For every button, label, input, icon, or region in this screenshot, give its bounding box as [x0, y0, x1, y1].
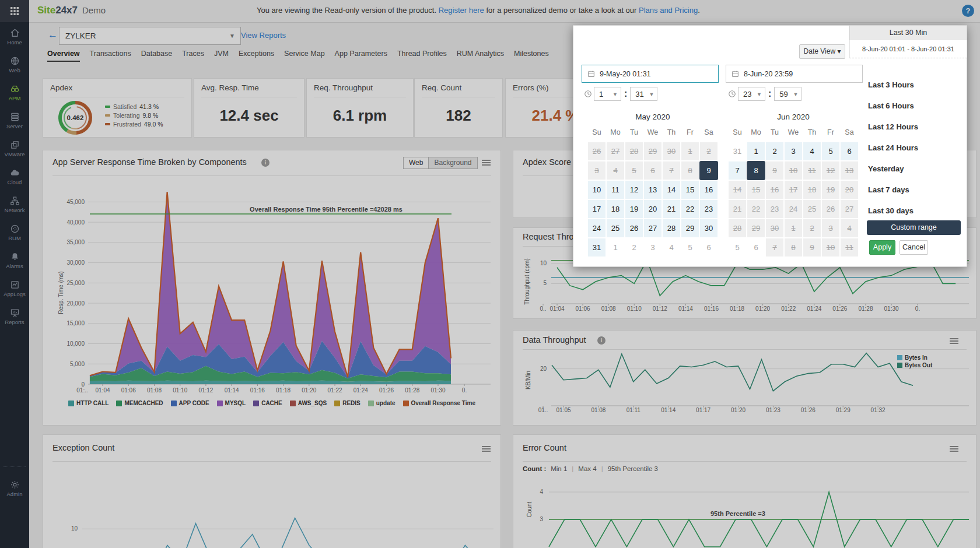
calendar-day[interactable]: 23: [765, 199, 784, 219]
calendar-day[interactable]: 21: [728, 199, 747, 219]
calendar-day[interactable]: 6: [699, 238, 718, 257]
calendar-day[interactable]: 22: [681, 199, 699, 219]
calendar-day[interactable]: 9: [765, 161, 784, 180]
calendar-day[interactable]: 10: [821, 238, 840, 257]
calendar-day[interactable]: 11: [803, 161, 821, 180]
calendar-day[interactable]: 30: [699, 219, 718, 238]
calendar-day[interactable]: 29: [681, 219, 699, 238]
calendar-day[interactable]: 9: [803, 238, 821, 257]
calendar-day[interactable]: 18: [803, 180, 821, 199]
calendar-day[interactable]: 6: [747, 238, 765, 257]
last-30-min-tab[interactable]: Last 30 Min: [849, 26, 967, 41]
end-hour-select[interactable]: 23▼: [738, 87, 765, 101]
calendar-day[interactable]: 7: [728, 161, 747, 180]
date-view-dropdown[interactable]: Date View ▾: [799, 44, 845, 59]
calendar-day[interactable]: 17: [784, 180, 803, 199]
calendar-day[interactable]: 17: [587, 199, 606, 219]
calendar-day[interactable]: 2: [803, 219, 821, 238]
calendar-day[interactable]: 13: [643, 180, 662, 199]
calendar-day[interactable]: 4: [662, 238, 681, 257]
calendar-day[interactable]: 3: [784, 142, 803, 161]
calendar-day[interactable]: 11: [840, 238, 859, 257]
preset-last-7-days[interactable]: Last 7 days: [868, 185, 909, 194]
calendar-day[interactable]: 20: [840, 180, 859, 199]
calendar-day[interactable]: 26: [625, 219, 643, 238]
calendar-day[interactable]: 25: [606, 219, 625, 238]
calendar-day[interactable]: 10: [784, 161, 803, 180]
calendar-day[interactable]: 18: [606, 199, 625, 219]
calendar-day[interactable]: 27: [643, 219, 662, 238]
calendar-day[interactable]: 11: [606, 180, 625, 199]
start-minute-select[interactable]: 31▼: [630, 87, 657, 101]
calendar-day[interactable]: 20: [643, 199, 662, 219]
calendar-day[interactable]: 30: [765, 219, 784, 238]
calendar-day[interactable]: 2: [625, 238, 643, 257]
calendar-day[interactable]: 1: [747, 142, 765, 161]
calendar-day[interactable]: 22: [747, 199, 765, 219]
calendar-day[interactable]: 3: [587, 161, 606, 180]
calendar-day[interactable]: 3: [643, 238, 662, 257]
calendar-day[interactable]: 8: [747, 161, 765, 180]
calendar-day[interactable]: 4: [803, 142, 821, 161]
calendar-day[interactable]: 2: [699, 142, 718, 161]
calendar-day[interactable]: 10: [587, 180, 606, 199]
calendar-day[interactable]: 15: [747, 180, 765, 199]
calendar-day[interactable]: 12: [625, 180, 643, 199]
calendar-day[interactable]: 16: [699, 180, 718, 199]
calendar-day[interactable]: 14: [728, 180, 747, 199]
calendar-day[interactable]: 27: [606, 142, 625, 161]
calendar-day[interactable]: 8: [784, 238, 803, 257]
calendar-day[interactable]: 25: [803, 199, 821, 219]
calendar-day[interactable]: 13: [840, 161, 859, 180]
calendar-day[interactable]: 28: [662, 219, 681, 238]
calendar-day[interactable]: 23: [699, 199, 718, 219]
preset-last-30-days[interactable]: Last 30 days: [868, 206, 914, 215]
calendar-day[interactable]: 5: [821, 142, 840, 161]
calendar-day[interactable]: 9: [699, 161, 718, 180]
calendar-day[interactable]: 28: [625, 142, 643, 161]
calendar-day[interactable]: 5: [625, 161, 643, 180]
calendar-day[interactable]: 26: [821, 199, 840, 219]
calendar-day[interactable]: 16: [765, 180, 784, 199]
calendar-day[interactable]: 8: [681, 161, 699, 180]
end-date-input[interactable]: 8-Jun-20 23:59: [726, 65, 863, 83]
calendar-day[interactable]: 7: [765, 238, 784, 257]
calendar-day[interactable]: 3: [821, 219, 840, 238]
start-date-input[interactable]: 9-May-20 01:31: [582, 65, 719, 83]
preset-last-24-hours[interactable]: Last 24 Hours: [868, 143, 918, 152]
calendar-day[interactable]: 26: [587, 142, 606, 161]
apply-button[interactable]: Apply: [869, 240, 895, 255]
end-minute-select[interactable]: 59▼: [774, 87, 802, 101]
calendar-day[interactable]: 6: [643, 161, 662, 180]
calendar-day[interactable]: 15: [681, 180, 699, 199]
preset-yesterday[interactable]: Yesterday: [868, 164, 904, 173]
calendar-day[interactable]: 7: [662, 161, 681, 180]
calendar-day[interactable]: 24: [587, 219, 606, 238]
preset-last-6-hours[interactable]: Last 6 Hours: [868, 101, 914, 110]
calendar-day[interactable]: 5: [681, 238, 699, 257]
calendar-day[interactable]: 31: [587, 238, 606, 257]
calendar-day[interactable]: 29: [747, 219, 765, 238]
calendar-day[interactable]: 21: [662, 199, 681, 219]
preset-last-3-hours[interactable]: Last 3 Hours: [868, 80, 914, 89]
calendar-day[interactable]: 5: [728, 238, 747, 257]
calendar-day[interactable]: 12: [821, 161, 840, 180]
calendar-day[interactable]: 29: [643, 142, 662, 161]
calendar-day[interactable]: 19: [821, 180, 840, 199]
calendar-day[interactable]: 24: [784, 199, 803, 219]
calendar-day[interactable]: 2: [765, 142, 784, 161]
preset-last-12-hours[interactable]: Last 12 Hours: [868, 122, 918, 131]
calendar-day[interactable]: 4: [840, 219, 859, 238]
calendar-day[interactable]: 30: [662, 142, 681, 161]
calendar-day[interactable]: 31: [728, 142, 747, 161]
calendar-day[interactable]: 27: [840, 199, 859, 219]
calendar-day[interactable]: 14: [662, 180, 681, 199]
calendar-day[interactable]: 1: [606, 238, 625, 257]
calendar-day[interactable]: 6: [840, 142, 859, 161]
start-hour-select[interactable]: 1▼: [594, 87, 621, 101]
custom-range-button[interactable]: Custom range: [867, 220, 961, 235]
cancel-button[interactable]: Cancel: [900, 240, 928, 255]
calendar-day[interactable]: 1: [681, 142, 699, 161]
calendar-day[interactable]: 1: [784, 219, 803, 238]
calendar-day[interactable]: 4: [606, 161, 625, 180]
